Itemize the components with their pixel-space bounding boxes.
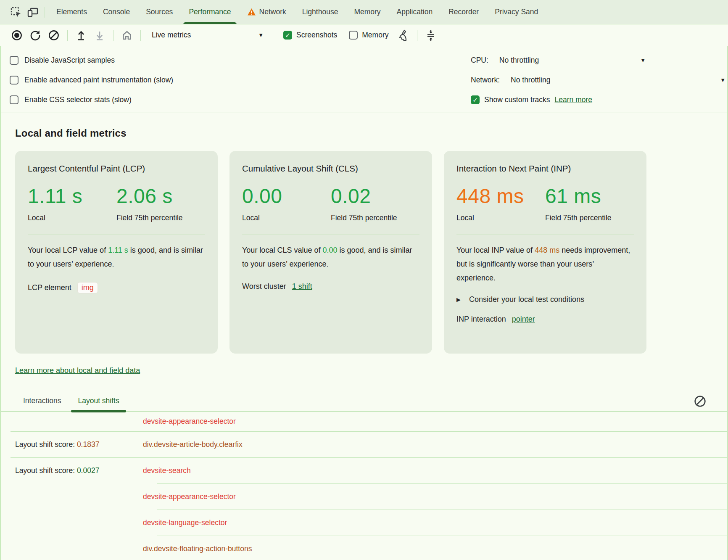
shift-culprit-node-link[interactable]: devsite-search [143, 466, 191, 475]
home-icon[interactable] [119, 28, 135, 43]
tab-label: Privacy Sand [495, 8, 538, 16]
metric-values: 448 msLocal61 msField 75th percentile [456, 185, 634, 225]
shift-culprit-node-link[interactable]: div.devsite-article-body.clearfix [143, 440, 243, 449]
tab-console[interactable]: Console [95, 0, 138, 24]
memory-label: Memory [362, 31, 388, 40]
layout-shift-score-value: 0.1837 [77, 440, 100, 449]
warning-icon [247, 8, 256, 16]
record-icon[interactable] [8, 28, 25, 43]
metric-card-lcp: Largest Contentful Paint (LCP)1.11 sLoca… [15, 151, 218, 354]
divider [45, 7, 45, 18]
checkbox-unchecked-icon: ✓ [10, 56, 18, 65]
shift-culprit-node-link[interactable]: devsite-appearance-selector [143, 417, 236, 426]
shift-culprit-node-link[interactable]: devsite-language-selector [143, 518, 227, 527]
screenshots-checkbox[interactable]: ✓ Screenshots [278, 31, 342, 40]
tab-privacy-sand[interactable]: Privacy Sand [487, 0, 546, 24]
tab-performance[interactable]: Performance [181, 0, 239, 24]
chevron-down-icon: ▼ [720, 77, 725, 83]
divider [417, 30, 417, 41]
throttling-settings: CPU: No throttling ▼ Network: No throttl… [471, 50, 727, 110]
cpu-throttling-select[interactable]: CPU: No throttling ▼ [471, 50, 651, 70]
description-value: 448 ms [535, 246, 559, 254]
divider [1, 113, 727, 113]
memory-checkbox[interactable]: ✓ Memory [344, 31, 393, 40]
local-metric-value: 0.00 [242, 185, 331, 208]
local-metric: 0.00Local [242, 185, 331, 225]
custom-tracks-learn-more-link[interactable]: Learn more [555, 95, 593, 104]
local-metric: 1.11 sLocal [28, 185, 116, 225]
load-profile-icon[interactable] [73, 28, 90, 43]
metric-description: Your local INP value of 448 ms needs imp… [456, 243, 634, 285]
shift-culprit-node-link[interactable]: div.devsite-floating-action-buttons [143, 544, 252, 553]
clear-icon[interactable] [45, 28, 62, 43]
layout-shift-score-cell: Layout shift score: 0.1837 [1, 440, 143, 449]
local-metric-value: 1.11 s [28, 185, 116, 208]
divider [456, 235, 634, 235]
layout-shift-score-label: Layout shift score: [15, 466, 77, 475]
network-value: No throttling [511, 76, 550, 85]
metric-card-title: Cumulative Layout Shift (CLS) [242, 164, 419, 174]
clear-log-icon[interactable] [694, 395, 707, 408]
tab-recorder[interactable]: Recorder [440, 0, 487, 24]
divider [140, 30, 141, 41]
subtab-layout-shifts[interactable]: Layout shifts [73, 396, 124, 411]
tab-label: Network [259, 8, 286, 16]
network-label: Network: [471, 76, 500, 85]
tab-label: Recorder [448, 8, 479, 16]
screenshots-label: Screenshots [296, 31, 337, 40]
section-heading: Local and field metrics [15, 127, 727, 139]
layout-shift-row: Layout shift score: 0.0027devsite-search [1, 458, 727, 483]
field-metric: 0.02Field 75th percentile [331, 185, 419, 225]
tab-sources[interactable]: Sources [138, 0, 181, 24]
layout-shift-row: devsite-appearance-selector [1, 484, 727, 510]
tab-lighthouse[interactable]: Lighthouse [294, 0, 346, 24]
main-tabs: ElementsConsoleSourcesPerformanceNetwork… [48, 0, 546, 24]
checkbox-checked-icon: ✓ [283, 31, 292, 40]
field-metric-value: 61 ms [545, 185, 634, 208]
field-metric-label: Field 75th percentile [545, 212, 612, 225]
divider [28, 235, 205, 235]
reload-record-icon[interactable] [27, 28, 44, 43]
metric-card-inp: Interaction to Next Paint (INP)448 msLoc… [444, 151, 646, 354]
field-metric-value: 2.06 s [116, 185, 205, 208]
metric-card-footer: LCP elementimg [28, 282, 205, 293]
show-custom-tracks-checkbox[interactable]: ✓ Show custom tracks Learn more [471, 90, 727, 110]
field-metric-label: Field 75th percentile [331, 212, 398, 225]
live-metrics-subtabs: InteractionsLayout shifts [1, 393, 727, 411]
panel-mode-select[interactable]: Live metrics ▼ [146, 28, 268, 43]
subtab-interactions[interactable]: Interactions [18, 396, 66, 411]
metric-card-footer: INP interactionpointer [456, 315, 634, 324]
metric-card-title: Interaction to Next Paint (INP) [456, 164, 634, 174]
inspect-icon[interactable] [8, 4, 24, 21]
lcp-element-node-link[interactable]: img [77, 282, 98, 293]
capture-settings: ✓Disable JavaScript samples✓Enable advan… [1, 46, 727, 113]
collapse-sections-icon[interactable] [422, 28, 439, 43]
save-profile-icon[interactable] [91, 28, 108, 43]
tab-elements[interactable]: Elements [48, 0, 95, 24]
description-value: 0.00 [322, 246, 337, 254]
metric-description: Your local CLS value of 0.00 is good, an… [242, 243, 419, 271]
layout-shift-row: devsite-language-selector [1, 510, 727, 536]
tab-memory[interactable]: Memory [346, 0, 388, 24]
custom-tracks-label: Show custom tracks [484, 95, 550, 104]
description-value: 1.11 s [108, 246, 128, 254]
setting-label: Enable advanced paint instrumentation (s… [24, 76, 173, 85]
local-metric-label: Local [242, 212, 309, 225]
field-metric: 61 msField 75th percentile [545, 185, 634, 225]
tab-application[interactable]: Application [389, 0, 441, 24]
footer-link[interactable]: pointer [512, 315, 535, 324]
shift-culprit-node-link[interactable]: devsite-appearance-selector [143, 492, 236, 501]
checkbox-checked-icon: ✓ [471, 95, 480, 104]
local-test-conditions-disclosure[interactable]: ▶Consider your local test conditions [456, 295, 634, 304]
panel-mode-value: Live metrics [152, 31, 191, 40]
local-field-learn-more-link[interactable]: Learn more about local and field data [15, 366, 140, 375]
performance-panel-body: ✓Disable JavaScript samples✓Enable advan… [0, 46, 728, 560]
device-toolbar-icon[interactable] [24, 4, 41, 21]
footer-link[interactable]: 1 shift [292, 282, 312, 291]
network-throttling-select[interactable]: Network: No throttling ▼ [471, 70, 727, 90]
tab-network[interactable]: Network [239, 0, 294, 24]
chevron-down-icon: ▼ [258, 32, 264, 38]
divider [273, 30, 273, 41]
collect-garbage-icon[interactable] [395, 28, 412, 43]
layout-shift-score-cell: Layout shift score: 0.0027 [1, 466, 143, 475]
